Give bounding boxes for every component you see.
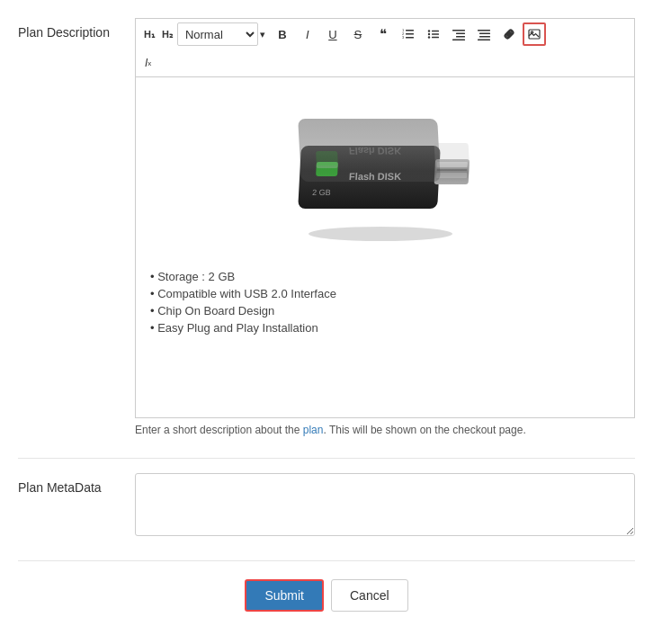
list-item: Easy Plug and Play Installation [150, 319, 620, 336]
usb-drive-image: Flash DISK 2 GB Flash DISK [286, 92, 484, 254]
underline-button[interactable]: U [321, 22, 344, 46]
image-area: Flash DISK 2 GB Flash DISK [150, 92, 620, 254]
toolbar-row1: H₁ H₂ Normal Heading 1 Heading 2 Heading… [135, 18, 635, 49]
indent-decrease-button[interactable] [447, 22, 470, 46]
svg-rect-15 [452, 40, 465, 41]
list-item: Chip On Board Design [150, 302, 620, 319]
submit-button[interactable]: Submit [245, 579, 324, 612]
h1-button[interactable]: H₁ [141, 22, 157, 46]
plan-metadata-row: Plan MetaData [18, 473, 635, 539]
ul-icon [427, 28, 440, 40]
metadata-textarea[interactable] [135, 473, 635, 536]
svg-text:Flash DISK: Flash DISK [349, 146, 402, 157]
image-icon [528, 28, 541, 40]
indent-increase-button[interactable] [472, 22, 496, 46]
svg-rect-35 [434, 143, 470, 168]
indent-decrease-icon [452, 28, 465, 40]
bold-button[interactable]: B [271, 22, 294, 46]
editor-container: H₁ H₂ Normal Heading 1 Heading 2 Heading… [135, 18, 635, 436]
plan-description-label: Plan Description [18, 18, 135, 40]
link-icon [503, 28, 515, 40]
ordered-list-button[interactable]: 1 2 3 [397, 22, 420, 46]
hint-after: . This will be shown on the checkout pag… [323, 424, 525, 436]
list-item: Storage : 2 GB [150, 268, 620, 285]
svg-rect-2 [406, 37, 414, 39]
svg-rect-1 [406, 33, 414, 35]
h2-button[interactable]: H₂ [159, 22, 175, 46]
svg-text:2 GB: 2 GB [312, 188, 331, 197]
svg-text:3: 3 [402, 35, 405, 40]
italic-button[interactable]: I [296, 22, 319, 46]
unordered-list-button[interactable] [422, 22, 445, 46]
quote-button[interactable]: ❝ [371, 22, 395, 46]
svg-point-7 [428, 33, 430, 35]
list-item: Compatible with USB 2.0 Interface [150, 285, 620, 302]
svg-rect-11 [432, 37, 439, 39]
svg-point-22 [309, 227, 452, 241]
svg-rect-16 [478, 30, 490, 31]
cancel-button[interactable]: Cancel [331, 579, 408, 612]
svg-rect-31 [436, 173, 467, 178]
svg-rect-9 [432, 31, 439, 32]
strikethrough-button[interactable]: S [346, 22, 370, 46]
hint-link: plan [303, 424, 324, 436]
toolbar-row2: Ix [135, 49, 635, 76]
divider-1 [18, 458, 635, 459]
format-arrow: ▾ [260, 29, 265, 40]
hint-text: Enter a short description about the plan… [135, 424, 635, 436]
svg-point-8 [428, 36, 430, 38]
hint-before: Enter a short description about the [135, 424, 303, 436]
plan-metadata-label: Plan MetaData [18, 473, 135, 495]
ol-icon: 1 2 3 [402, 28, 415, 40]
clear-format-button[interactable]: Ix [141, 51, 155, 75]
divider-2 [18, 560, 635, 561]
svg-rect-0 [406, 30, 414, 31]
svg-rect-30 [436, 169, 467, 171]
svg-point-6 [428, 30, 430, 31]
indent-increase-icon [478, 28, 490, 40]
svg-rect-10 [432, 33, 439, 35]
format-select[interactable]: Normal Heading 1 Heading 2 Heading 3 [177, 22, 258, 46]
form-buttons: Submit Cancel [18, 579, 635, 612]
feature-list: Storage : 2 GB Compatible with USB 2.0 I… [150, 268, 620, 336]
svg-rect-33 [316, 151, 338, 165]
svg-rect-19 [478, 40, 490, 41]
plan-description-row: Plan Description H₁ H₂ Normal Heading 1 … [18, 18, 635, 436]
svg-rect-17 [479, 33, 490, 35]
svg-rect-13 [456, 33, 465, 35]
editor-area[interactable]: Flash DISK 2 GB Flash DISK [135, 76, 635, 418]
link-button[interactable] [497, 22, 521, 46]
image-button[interactable] [523, 22, 546, 46]
svg-rect-12 [452, 30, 465, 31]
svg-rect-18 [479, 36, 490, 38]
svg-rect-14 [456, 36, 465, 38]
metadata-content [135, 473, 635, 539]
